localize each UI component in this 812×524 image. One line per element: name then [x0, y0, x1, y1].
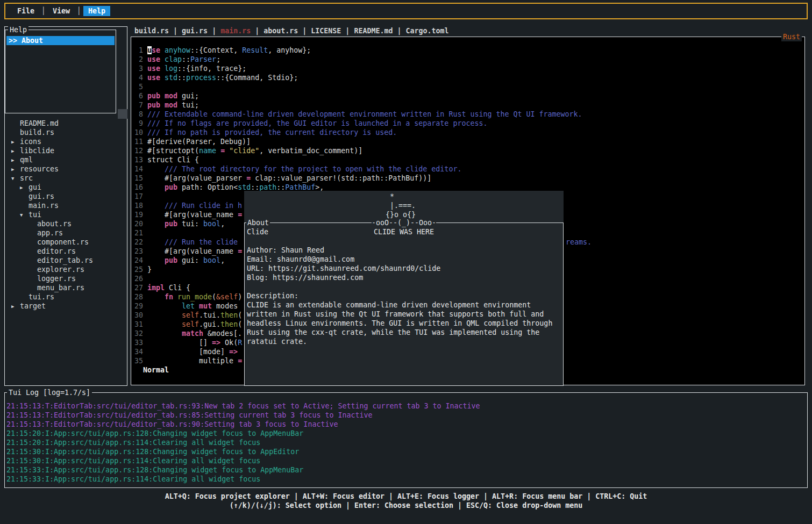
explorer-item-target[interactable]: ▶target — [5, 302, 127, 311]
explorer-item-editor-tab-rs[interactable]: editor_tab.rs — [5, 256, 127, 265]
explorer-scrollbar-thumb[interactable] — [118, 109, 127, 119]
code-text: pub path: Option<std::path::PathBuf>, — [147, 183, 324, 191]
code-token: = — [238, 211, 242, 219]
tab-separator: | — [251, 27, 263, 35]
code-token: ( — [238, 320, 242, 328]
code-token: &modes[. — [203, 329, 242, 338]
line-number: 19 — [131, 210, 143, 219]
code-text: /// Run clide in h — [147, 202, 242, 210]
explorer-item-tui[interactable]: ▼tui — [5, 210, 127, 219]
tab-about.rs[interactable]: about.rs — [263, 27, 298, 35]
explorer-item-label: gui — [29, 183, 41, 191]
code-line[interactable]: 13struct Cli { — [131, 155, 804, 164]
about-field: URL: https://git.shaunreed.com/shaunrd0/… — [247, 264, 561, 273]
code-token: pub — [147, 183, 177, 191]
code-token: clap::value_parser!(std::path::PathBuf))… — [251, 174, 431, 182]
tab-cargo.toml[interactable]: Cargo.toml — [405, 27, 448, 35]
explorer-item-label: target — [20, 302, 46, 310]
explorer-item-app-rs[interactable]: app.rs — [5, 228, 127, 238]
code-line[interactable]: 2use clap::Parser; — [131, 55, 804, 64]
tab-readme.md[interactable]: README.md — [354, 27, 393, 35]
explorer-item-explorer-rs[interactable]: explorer.rs — [5, 265, 127, 274]
code-token: .gui. — [199, 320, 220, 328]
explorer-item-menu-bar-rs[interactable]: menu_bar.rs — [5, 283, 127, 292]
menu-bar-items: File│View│Help — [12, 6, 110, 16]
tab-gui.rs[interactable]: gui.rs — [182, 27, 208, 35]
line-number: 27 — [131, 283, 143, 292]
explorer-item-about-rs[interactable]: about.rs — [5, 219, 127, 228]
code-line[interactable]: 8/// Extendable command-line driven deve… — [131, 110, 804, 119]
code-token: gui: — [177, 256, 203, 264]
code-token: Parser — [190, 55, 216, 63]
code-line[interactable]: 4use std::process::{Command, Stdio}; — [131, 73, 804, 82]
tab-license[interactable]: LICENSE — [311, 27, 341, 35]
explorer-item-build-rs[interactable]: build.rs — [5, 128, 127, 137]
explorer-item-gui-rs[interactable]: gui.rs — [5, 192, 127, 201]
explorer-item-qml[interactable]: ▶qml — [5, 155, 127, 164]
chevron-collapsed-icon: ▶ — [11, 302, 20, 311]
explorer-item-label: gui.rs — [29, 192, 54, 200]
explorer-item-tui-rs[interactable]: tui.rs — [5, 292, 127, 302]
code-token — [225, 147, 229, 155]
code-token: then — [220, 320, 238, 328]
help-dropdown-title: Help — [8, 25, 29, 34]
menu-item-file[interactable]: File — [12, 6, 39, 16]
line-number: 3 — [131, 64, 143, 73]
tab-separator: | — [169, 27, 182, 35]
explorer-item-label: logger.rs — [37, 275, 76, 283]
tab-main.rs[interactable]: main.rs — [220, 27, 251, 35]
tab-build.rs[interactable]: build.rs — [134, 27, 169, 35]
explorer-item-icons[interactable]: ▶icons — [5, 137, 127, 146]
code-line[interactable]: 10/// If no path is provided, the curren… — [131, 128, 804, 137]
code-line[interactable]: 5 — [131, 82, 804, 91]
code-token: #[arg(value_parser — [147, 174, 246, 182]
code-line[interactable]: 15 #[arg(value_parser = clap::value_pars… — [131, 174, 804, 183]
code-line[interactable]: 9/// If no flags are provided, the GUI e… — [131, 119, 804, 128]
about-field: Author: Shaun Reed — [247, 246, 561, 255]
line-number: 10 — [131, 128, 143, 137]
explorer-item-logger-rs[interactable]: logger.rs — [5, 274, 127, 283]
explorer-item-main-rs[interactable]: main.rs — [5, 201, 127, 210]
code-token: #[derive(Parser, Debug)] — [147, 138, 251, 146]
explorer-item-component-rs[interactable]: component.rs — [5, 238, 127, 247]
about-description-line: written in Rust using the Qt UI framewor… — [247, 310, 561, 319]
code-line[interactable]: 14 /// The root directory for the projec… — [131, 164, 804, 174]
code-text: self.gui.then( — [147, 320, 242, 328]
menu-item-view[interactable]: View — [48, 6, 75, 16]
menu-item-help[interactable]: Help — [83, 6, 110, 16]
code-token: self — [147, 320, 199, 328]
code-line[interactable]: 6pub mod gui; — [131, 91, 804, 101]
code-line[interactable]: 12#[structopt(name = "clide", verbatim_d… — [131, 146, 804, 155]
code-line[interactable]: 7pub mod tui; — [131, 101, 804, 110]
code-line[interactable]: 3use log::{info, trace}; — [131, 64, 804, 73]
code-token: ( — [238, 311, 242, 319]
spacer-row — [247, 236, 561, 246]
code-token: :: — [177, 74, 186, 82]
menu-separator: │ — [41, 6, 46, 16]
code-text: use std::process::{Command, Stdio}; — [147, 74, 298, 82]
code-token: pub — [147, 220, 177, 228]
explorer-item-editor-rs[interactable]: editor.rs — [5, 247, 127, 256]
explorer-item-readme-md[interactable]: README.md — [5, 119, 127, 128]
code-token: #[arg(value_name — [147, 211, 238, 219]
code-line[interactable]: 11#[derive(Parser, Debug)] — [131, 137, 804, 146]
explorer-item-src[interactable]: ▼src — [5, 174, 127, 183]
code-line[interactable]: 1use anyhow::{Context, Result, anyhow}; — [131, 46, 804, 55]
tui-log-panel: Tui Log [log=1.7/s] 21:15:13:T:EditorTab… — [4, 392, 808, 488]
explorer-item-label: main.rs — [29, 202, 59, 210]
line-number: 26 — [131, 274, 143, 283]
app-root: File│View│Help README.mdbuild.rs▶icons▶l… — [0, 0, 812, 524]
code-token: struct Cli { — [147, 156, 199, 164]
line-number: 7 — [131, 101, 143, 110]
code-text: /// If no flags are provided, the GUI ed… — [147, 119, 487, 127]
line-number: 18 — [131, 201, 143, 210]
code-token: = — [246, 174, 251, 182]
code-token: /// Extendable command-line driven devel… — [147, 110, 582, 118]
code-token: path: Option< — [177, 183, 238, 191]
help-menu-item-about[interactable]: >> About — [6, 36, 115, 45]
explorer-item-libclide[interactable]: ▶libclide — [5, 146, 127, 155]
explorer-item-resources[interactable]: ▶resources — [5, 164, 127, 174]
code-token: match — [147, 329, 203, 338]
explorer-item-label: build.rs — [20, 128, 54, 137]
explorer-item-gui[interactable]: ▶gui — [5, 183, 127, 192]
